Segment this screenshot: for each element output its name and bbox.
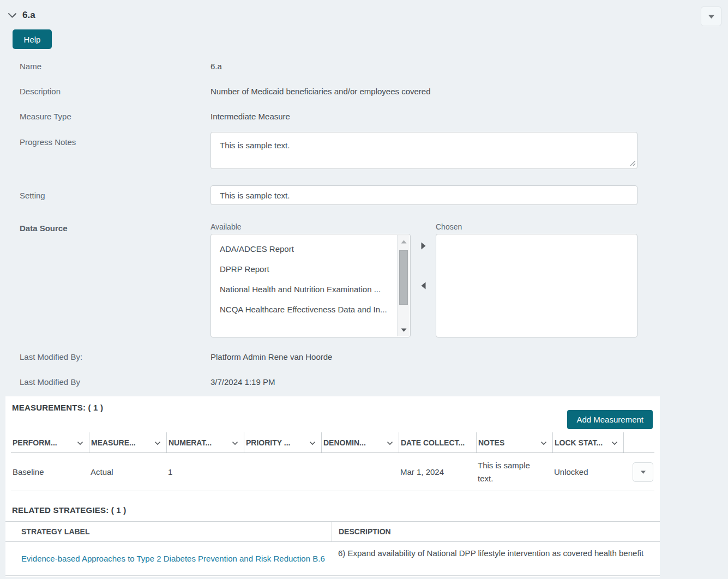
form-row-last-modified-by: Last Modified By: Platform Admin Rene va… — [0, 344, 728, 369]
measurement-row: Baseline Actual 1 Mar 1, 2024 This is sa… — [11, 453, 654, 491]
measurements-header: MEASUREMENTS: ( 1 ) Add Measurement — [5, 396, 660, 429]
description-value: Number of Medicaid beneficiaries and/or … — [210, 87, 637, 96]
move-right-button[interactable] — [419, 240, 428, 254]
measurements-table: PERFORM... MEASURE... NUMERAT... PRIORIT… — [11, 432, 654, 491]
column-header-date-collected[interactable]: DATE COLLECT... — [399, 432, 476, 453]
column-header-numerator[interactable]: NUMERAT... — [166, 432, 244, 453]
scrollbar-thumb[interactable] — [399, 250, 408, 305]
sort-chevron-icon[interactable] — [77, 438, 83, 447]
cell-date-collected: Mar 1, 2024 — [399, 466, 476, 479]
name-label: Name — [0, 62, 210, 71]
form-row-description: Description Number of Medicaid beneficia… — [0, 79, 728, 104]
form-row-name: Name 6.a — [0, 53, 728, 79]
sort-chevron-icon[interactable] — [232, 438, 238, 447]
related-strategies-table-header: STRATEGY LABEL DESCRIPTION — [5, 521, 660, 542]
related-strategies-title: RELATED STRATEGIES: ( 1 ) — [5, 491, 660, 521]
name-value: 6.a — [210, 62, 637, 71]
sort-chevron-icon[interactable] — [309, 438, 316, 447]
cell-lock-status: Unlocked — [552, 466, 623, 479]
last-modified-by-label: Last Modified By: — [0, 352, 210, 361]
progress-notes-label: Progress Notes — [0, 132, 210, 147]
cell-strategy-description: 6) Expand availability of National DPP l… — [332, 542, 660, 575]
form-row-data-source: Data Source Available ADA/ADCES Report D… — [0, 222, 728, 337]
setting-label: Setting — [0, 191, 210, 200]
column-header-performance[interactable]: PERFORM... — [11, 432, 89, 453]
move-right-icon — [421, 242, 426, 250]
list-item[interactable]: ADA/ADCES Report — [211, 239, 410, 259]
last-modified-date-value: 3/7/2024 1:19 PM — [210, 377, 637, 387]
available-listbox[interactable]: ADA/ADCES Report DPRP Report National He… — [210, 234, 411, 337]
list-item[interactable]: National Health and Nutrition Examinatio… — [211, 279, 410, 299]
cell-measure: Actual — [89, 466, 166, 479]
scroll-up-icon[interactable] — [398, 236, 410, 247]
last-modified-date-label: Last Modified By — [0, 377, 210, 387]
column-header-actions — [623, 432, 654, 453]
row-menu-button[interactable] — [633, 462, 653, 482]
strategy-row: Evidence-based Approaches to Type 2 Diab… — [5, 542, 660, 576]
move-left-icon — [421, 282, 426, 290]
chosen-column: Chosen — [436, 222, 637, 337]
available-list: ADA/ADCES Report DPRP Report National He… — [211, 234, 410, 319]
list-item[interactable]: NCQA Healthcare Effectiveness Data and I… — [211, 299, 410, 319]
measure-form: Name 6.a Description Number of Medicaid … — [0, 53, 728, 394]
setting-input[interactable] — [210, 185, 637, 205]
available-scrollbar[interactable] — [397, 235, 410, 336]
form-row-measure-type: Measure Type Intermediate Measure — [0, 104, 728, 129]
column-header-strategy-label: STRATEGY LABEL — [5, 522, 332, 541]
column-header-denominator[interactable]: DENOMIN... — [321, 432, 399, 453]
cell-strategy-label: Evidence-based Approaches to Type 2 Diab… — [5, 542, 332, 575]
column-header-priority[interactable]: PRIORITY ... — [244, 432, 321, 453]
last-modified-by-value: Platform Admin Rene van Hoorde — [210, 352, 637, 361]
description-label: Description — [0, 87, 210, 96]
progress-notes-textarea[interactable]: This is sample text. — [210, 132, 637, 169]
list-item[interactable]: DPRP Report — [211, 259, 410, 279]
column-header-lock-status[interactable]: LOCK STAT... — [552, 432, 623, 453]
title-group[interactable]: 6.a — [8, 7, 35, 21]
sort-chevron-icon[interactable] — [611, 438, 618, 447]
add-measurement-button[interactable]: Add Measurement — [567, 410, 653, 429]
cell-notes: This is sample text. — [476, 459, 552, 485]
form-row-progress-notes: Progress Notes This is sample text. — [0, 132, 728, 181]
sort-chevron-icon[interactable] — [540, 438, 547, 447]
scroll-down-icon[interactable] — [398, 324, 410, 335]
help-button[interactable]: Help — [13, 29, 52, 49]
data-source-label: Data Source — [0, 222, 210, 233]
page-header: 6.a — [0, 0, 728, 26]
dropdown-arrow-icon — [640, 468, 646, 476]
measurements-table-header: PERFORM... MEASURE... NUMERAT... PRIORIT… — [11, 432, 654, 453]
page-title: 6.a — [22, 10, 35, 21]
column-header-measure[interactable]: MEASURE... — [89, 432, 166, 453]
available-column: Available ADA/ADCES Report DPRP Report N… — [210, 222, 411, 337]
column-header-description: DESCRIPTION — [332, 522, 660, 541]
measure-type-label: Measure Type — [0, 112, 210, 121]
measure-detail-page: 6.a Help Name 6.a Description Number of … — [0, 0, 728, 579]
available-label: Available — [210, 222, 411, 231]
cell-performance: Baseline — [11, 466, 89, 479]
sort-chevron-icon[interactable] — [154, 438, 161, 447]
cell-actions — [623, 462, 654, 482]
dropdown-arrow-icon — [708, 13, 715, 21]
chosen-label: Chosen — [436, 222, 637, 231]
move-left-button[interactable] — [419, 280, 428, 293]
measurements-card: MEASUREMENTS: ( 1 ) Add Measurement PERF… — [5, 396, 660, 577]
strategy-link[interactable]: Evidence-based Approaches to Type 2 Diab… — [21, 553, 325, 565]
transfer-buttons — [411, 222, 436, 337]
column-header-notes[interactable]: NOTES — [476, 432, 552, 453]
sort-chevron-icon[interactable] — [387, 438, 393, 447]
measurements-title: MEASUREMENTS: ( 1 ) — [12, 402, 103, 412]
data-source-dual-list: Available ADA/ADCES Report DPRP Report N… — [210, 222, 637, 337]
section-menu-button[interactable] — [701, 7, 721, 26]
measure-type-value: Intermediate Measure — [210, 112, 637, 121]
related-strategies-table: STRATEGY LABEL DESCRIPTION Evidence-base… — [5, 521, 660, 576]
cell-numerator: 1 — [166, 466, 244, 479]
form-row-setting: Setting — [0, 181, 728, 209]
chevron-down-icon[interactable] — [8, 13, 17, 19]
progress-notes-wrap: This is sample text. — [210, 132, 637, 171]
form-row-last-modified-date: Last Modified By 3/7/2024 1:19 PM — [0, 369, 728, 394]
chosen-listbox[interactable] — [436, 234, 637, 337]
